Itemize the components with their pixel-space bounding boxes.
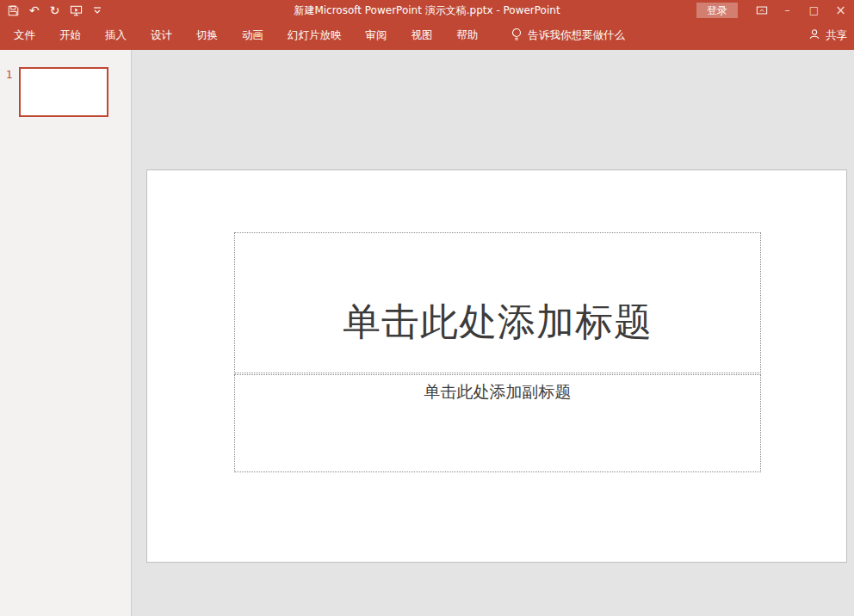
person-icon [808, 28, 820, 43]
tell-me-box[interactable]: 告诉我你想要做什么 [504, 21, 633, 50]
title-placeholder[interactable]: 单击此处添加标题 [234, 232, 761, 373]
share-label: 共享 [826, 28, 847, 43]
content-area: 1 单击此处添加标题 单击此处添加副标题 [0, 50, 854, 616]
titlebar: ↶ ↻ 新建Microsoft PowerPoint 演示文稿.pptx - P… [0, 0, 854, 21]
thumbnail-row: 1 [0, 67, 131, 117]
sign-in-button[interactable]: 登录 [696, 3, 738, 18]
slide-thumbnail[interactable] [19, 67, 108, 117]
titlebar-right: 登录 – □ × [696, 0, 854, 21]
close-button[interactable]: × [827, 0, 854, 21]
save-icon[interactable] [8, 5, 19, 16]
tab-insert[interactable]: 插入 [93, 21, 139, 50]
title-placeholder-text: 单击此处添加标题 [343, 259, 653, 348]
tab-transitions[interactable]: 切换 [184, 21, 230, 50]
tab-help[interactable]: 帮助 [445, 21, 491, 50]
ribbon-tab-row: 文件 开始 插入 设计 切换 动画 幻灯片放映 审阅 视图 帮助 告诉我你想要做… [0, 21, 854, 50]
lightbulb-icon [511, 28, 522, 44]
slide-number: 1 [0, 67, 19, 81]
ribbon-display-options-icon[interactable] [750, 0, 774, 21]
slide-canvas: 单击此处添加标题 单击此处添加副标题 [146, 169, 847, 563]
maximize-button[interactable]: □ [801, 0, 827, 21]
editor-area: 单击此处添加标题 单击此处添加副标题 [132, 50, 854, 616]
tab-home[interactable]: 开始 [47, 21, 93, 50]
share-button[interactable]: 共享 [808, 21, 854, 50]
quick-access-toolbar: ↶ ↻ [0, 3, 102, 17]
tab-slideshow[interactable]: 幻灯片放映 [275, 21, 354, 50]
tab-file[interactable]: 文件 [2, 21, 47, 50]
tell-me-label: 告诉我你想要做什么 [529, 28, 626, 43]
tab-animations[interactable]: 动画 [230, 21, 275, 50]
tab-review[interactable]: 审阅 [354, 21, 399, 50]
start-slideshow-icon[interactable] [70, 5, 83, 16]
subtitle-placeholder[interactable]: 单击此处添加副标题 [234, 374, 761, 472]
customize-qat-icon[interactable] [93, 6, 102, 15]
undo-icon[interactable]: ↶ [29, 3, 40, 17]
minimize-button[interactable]: – [774, 0, 801, 21]
redo-icon[interactable]: ↻ [50, 3, 60, 17]
tab-design[interactable]: 设计 [139, 21, 184, 50]
slide-thumbnail-panel: 1 [0, 50, 132, 616]
tab-view[interactable]: 视图 [399, 21, 445, 50]
subtitle-placeholder-text: 单击此处添加副标题 [424, 375, 572, 403]
